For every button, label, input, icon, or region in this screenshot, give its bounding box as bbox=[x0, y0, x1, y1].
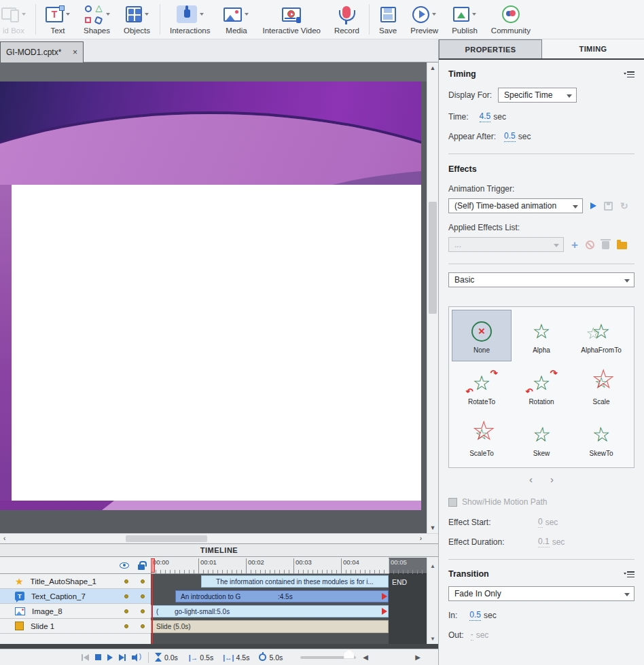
layer-row-text-caption[interactable]: T Text_Caption_7 bbox=[0, 589, 151, 604]
timeline-bar-slide[interactable]: Slide (5.0s) bbox=[151, 620, 389, 633]
slide-banner-image[interactable] bbox=[0, 82, 421, 185]
scroll-up-icon[interactable]: ▲ bbox=[427, 563, 438, 569]
audio-button[interactable]: ) bbox=[132, 653, 141, 662]
chevron-down-icon[interactable] bbox=[66, 13, 70, 16]
effect-alpha[interactable]: ☆ Alpha bbox=[512, 310, 571, 361]
timeline-vertical-scroll[interactable]: ▲ ▼ bbox=[427, 558, 438, 649]
toolbar-item-text[interactable]: T Text bbox=[39, 0, 77, 39]
scroll-down-icon[interactable]: ▼ bbox=[427, 524, 438, 531]
effect-scaleto[interactable]: ☆☆ ScaleTo bbox=[452, 413, 512, 465]
playhead-line[interactable] bbox=[151, 574, 153, 649]
add-effect-icon[interactable]: + bbox=[571, 239, 578, 251]
interactions-icon bbox=[177, 5, 197, 23]
effect-skewto[interactable]: ☆ SkewTo bbox=[571, 413, 631, 465]
layer-visibility-dot[interactable] bbox=[124, 594, 128, 598]
effect-rotateto[interactable]: ☆↷↶ RotateTo bbox=[452, 361, 512, 413]
toolbar-item-interactions[interactable]: Interactions bbox=[163, 0, 217, 39]
toolbar-item-objects[interactable]: Objects bbox=[117, 0, 157, 39]
effects-prev-page-icon[interactable]: ‹ bbox=[529, 473, 533, 485]
slide-body[interactable] bbox=[12, 185, 421, 501]
timeline-title[interactable]: TIMELINE bbox=[0, 543, 438, 557]
layer-row-image[interactable]: Image_8 bbox=[0, 604, 151, 619]
timeline-ruler[interactable]: 00:00 00:01 00:02 00:03 00:04 00:05 bbox=[151, 558, 427, 574]
canvas-horizontal-scrollbar[interactable]: ‹ › bbox=[0, 533, 438, 543]
timeline-zoom-slider[interactable] bbox=[300, 656, 356, 659]
stopwatch-icon bbox=[259, 653, 266, 661]
effect-duration-label: Effect Duration: bbox=[448, 537, 523, 547]
timeline-layer-list: ★ Title_AutoShape_1 T Text_Caption_7 Ima… bbox=[0, 558, 151, 649]
transition-in-value[interactable]: 0.5 bbox=[469, 610, 481, 621]
go-to-end-button[interactable] bbox=[119, 654, 126, 661]
toolbar-item-community[interactable]: Community bbox=[484, 0, 537, 39]
toolbar-item-media[interactable]: Media bbox=[217, 0, 255, 39]
effect-skew[interactable]: ☆ Skew bbox=[512, 413, 571, 465]
stop-button[interactable] bbox=[95, 654, 101, 660]
canvas-vertical-scrollbar[interactable]: ▲ ▼ bbox=[427, 62, 438, 533]
display-for-select[interactable]: Specific Time bbox=[498, 88, 577, 103]
chevron-down-icon[interactable] bbox=[432, 13, 436, 16]
toolbar-item-fluid-box[interactable]: id Box bbox=[0, 0, 33, 39]
layer-lock-dot[interactable] bbox=[141, 624, 145, 628]
effects-next-page-icon[interactable]: › bbox=[550, 473, 554, 485]
layer-row-slide[interactable]: Slide 1 bbox=[0, 619, 151, 634]
effect-none[interactable]: × None bbox=[452, 310, 512, 361]
scroll-right-icon[interactable]: › bbox=[420, 535, 422, 542]
toolbar-item-publish[interactable]: Publish bbox=[445, 0, 484, 39]
effect-category-select[interactable]: Basic bbox=[448, 272, 634, 287]
toolbar-item-interactive-video[interactable]: Interactive Video bbox=[255, 0, 327, 39]
chevron-down-icon[interactable] bbox=[200, 13, 204, 16]
stage-canvas[interactable] bbox=[0, 62, 427, 533]
toolbar-item-save[interactable]: Save bbox=[372, 0, 404, 39]
panel-menu-icon[interactable] bbox=[624, 71, 634, 78]
scroll-left-icon[interactable]: ‹ bbox=[3, 535, 5, 542]
timeline-bar-text-caption[interactable]: An introduction to G :4.5s bbox=[175, 590, 389, 603]
play-effect-icon[interactable] bbox=[590, 202, 596, 209]
play-button[interactable] bbox=[107, 654, 113, 661]
zoom-slider-handle[interactable] bbox=[344, 650, 354, 659]
scroll-down-icon[interactable]: ▼ bbox=[427, 636, 438, 642]
layer-lock-dot[interactable] bbox=[141, 609, 145, 613]
toolbar-item-shapes[interactable]: △ Shapes bbox=[77, 0, 117, 39]
effects-grid: × None ☆ Alpha ☆☆ AlphaFromTo ☆↷↶ Rotate… bbox=[448, 306, 634, 468]
effect-rotation[interactable]: ☆↷↶ Rotation bbox=[512, 361, 571, 413]
appear-after-value[interactable]: 0.5 bbox=[504, 131, 516, 142]
lock-column-lock-icon[interactable] bbox=[138, 564, 145, 570]
layer-visibility-dot[interactable] bbox=[124, 609, 128, 613]
visibility-column-eye-icon[interactable] bbox=[120, 562, 129, 569]
transition-select[interactable]: Fade In Only bbox=[448, 586, 634, 601]
effect-scale[interactable]: ☆☆ Scale bbox=[571, 361, 631, 413]
layer-visibility-dot[interactable] bbox=[124, 579, 128, 583]
document-tab[interactable]: GI-MOD1.cptx* × bbox=[0, 41, 84, 62]
timeline-bar-title-autoshape[interactable]: The information contained in these modul… bbox=[201, 575, 389, 588]
chevron-down-icon[interactable] bbox=[472, 13, 476, 16]
chevron-down-icon[interactable] bbox=[145, 13, 149, 16]
transition-section: Transition Fade In Only In: 0.5 sec Out:… bbox=[439, 569, 644, 641]
layer-row-title-autoshape[interactable]: ★ Title_AutoShape_1 bbox=[0, 574, 151, 589]
toolbar-item-record[interactable]: Record bbox=[327, 0, 366, 39]
tab-timing[interactable]: TIMING bbox=[542, 39, 644, 58]
scrollbar-thumb[interactable] bbox=[126, 535, 207, 542]
time-value[interactable]: 4.5 bbox=[480, 111, 491, 122]
layer-visibility-dot[interactable] bbox=[124, 624, 128, 628]
scroll-right-icon[interactable]: ▶ bbox=[415, 653, 421, 661]
panel-menu-icon[interactable] bbox=[624, 571, 634, 578]
timeline-tracks[interactable]: 00:00 00:01 00:02 00:03 00:04 00:05 END … bbox=[151, 558, 427, 649]
effect-alphafromto[interactable]: ☆☆ AlphaFromTo bbox=[571, 310, 631, 361]
timeline-bar-image[interactable]: ( go-light-small:5.0s bbox=[151, 605, 389, 617]
tab-properties[interactable]: PROPERTIES bbox=[439, 39, 542, 58]
chevron-down-icon[interactable] bbox=[245, 13, 249, 16]
chevron-down-icon[interactable] bbox=[106, 13, 110, 16]
slide-left-strip bbox=[0, 185, 12, 501]
duration-icon: |↔| bbox=[223, 653, 234, 662]
layer-lock-dot[interactable] bbox=[141, 594, 145, 598]
browse-effect-folder-icon[interactable] bbox=[617, 242, 627, 249]
animation-trigger-select[interactable]: (Self) Time-based animation bbox=[448, 198, 583, 213]
scrollbar-thumb[interactable] bbox=[429, 202, 437, 314]
scroll-left-icon[interactable]: ◀ bbox=[363, 653, 368, 661]
scroll-up-icon[interactable]: ▲ bbox=[427, 65, 438, 71]
go-to-start-button[interactable] bbox=[82, 654, 89, 661]
layer-lock-dot[interactable] bbox=[141, 579, 145, 583]
toolbar-item-preview[interactable]: Preview bbox=[404, 0, 445, 39]
close-icon[interactable]: × bbox=[73, 48, 77, 57]
playhead-marker[interactable] bbox=[151, 558, 155, 573]
